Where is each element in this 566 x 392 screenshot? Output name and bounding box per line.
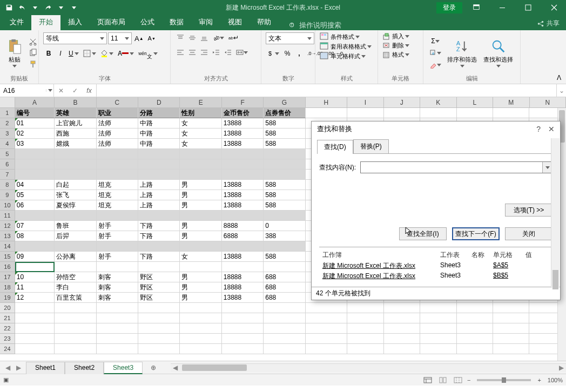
cell[interactable]: [15, 170, 55, 180]
column-header-B[interactable]: B: [55, 97, 96, 107]
column-header-E[interactable]: E: [180, 97, 221, 107]
result-row[interactable]: 新建 Microsoft Excel 工作表.xlsxSheet3$A$5: [319, 261, 552, 271]
align-bottom-button[interactable]: [199, 32, 210, 43]
cell[interactable]: [222, 241, 264, 252]
tab-replace[interactable]: 替换(P): [353, 139, 389, 153]
cell[interactable]: [264, 149, 305, 159]
cell[interactable]: 编号: [15, 108, 55, 118]
ribbon-tab-公式[interactable]: 公式: [133, 14, 162, 30]
normal-view-button[interactable]: [422, 375, 434, 385]
row-header[interactable]: 14: [0, 241, 15, 252]
cell[interactable]: [493, 313, 529, 323]
row-header[interactable]: 8: [0, 180, 15, 190]
ribbon-tab-帮助[interactable]: 帮助: [250, 14, 279, 30]
cancel-formula-button[interactable]: ✕: [54, 87, 68, 94]
cell[interactable]: [457, 323, 493, 334]
cell[interactable]: [306, 334, 347, 344]
cell[interactable]: [493, 108, 529, 118]
undo-dropdown[interactable]: [29, 2, 41, 13]
login-button[interactable]: 登录: [436, 2, 462, 13]
cell[interactable]: [97, 170, 138, 180]
row-header[interactable]: 24: [0, 344, 15, 354]
cell[interactable]: 13888: [222, 252, 264, 262]
cell[interactable]: 刺客: [97, 272, 138, 282]
cell[interactable]: [384, 323, 420, 334]
cell[interactable]: [55, 149, 96, 159]
column-header-C[interactable]: C: [97, 97, 138, 107]
page-break-view-button[interactable]: [452, 375, 464, 385]
row-header[interactable]: 6: [0, 159, 15, 170]
cell[interactable]: [138, 241, 180, 252]
autosum-button[interactable]: Σ: [428, 36, 443, 46]
align-right-button[interactable]: [199, 47, 210, 58]
column-header-K[interactable]: K: [420, 97, 456, 107]
cell[interactable]: [138, 323, 180, 334]
row-header[interactable]: 3: [0, 129, 15, 139]
cell[interactable]: [264, 262, 305, 272]
cell[interactable]: [384, 344, 420, 354]
cell[interactable]: 男: [180, 282, 221, 293]
cell[interactable]: 588: [264, 129, 305, 139]
delete-cells-button[interactable]: 删除: [382, 42, 409, 50]
cell[interactable]: [97, 149, 138, 159]
cell[interactable]: [222, 159, 264, 170]
column-header-A[interactable]: A: [15, 97, 55, 107]
ribbon-tab-审阅[interactable]: 审阅: [191, 14, 220, 30]
cell[interactable]: [180, 334, 221, 344]
number-format-select[interactable]: 文本: [266, 32, 314, 44]
zoom-slider[interactable]: [477, 379, 531, 381]
cell[interactable]: [138, 313, 180, 323]
cell[interactable]: [222, 170, 264, 180]
row-header[interactable]: 11: [0, 211, 15, 221]
cell[interactable]: [15, 211, 55, 221]
cell[interactable]: [55, 334, 96, 344]
cell[interactable]: [306, 344, 347, 354]
cell[interactable]: 588: [264, 118, 305, 129]
cell[interactable]: [138, 159, 180, 170]
zoom-in-button[interactable]: +: [537, 377, 541, 383]
cell[interactable]: [180, 323, 221, 334]
add-sheet-button[interactable]: ⊕: [147, 364, 160, 371]
row-header[interactable]: 19: [0, 293, 15, 303]
result-header-cell[interactable]: 单元格: [490, 249, 522, 261]
cell[interactable]: [222, 211, 264, 221]
row-header[interactable]: 17: [0, 272, 15, 282]
sort-filter-button[interactable]: AZ 排序和筛选: [445, 37, 479, 69]
cell[interactable]: 中路: [138, 129, 180, 139]
cell[interactable]: [222, 334, 264, 344]
cell[interactable]: [15, 241, 55, 252]
cell[interactable]: [15, 262, 55, 272]
cell[interactable]: [138, 303, 180, 313]
cell[interactable]: [420, 323, 456, 334]
select-all-corner[interactable]: [0, 97, 15, 107]
cell[interactable]: [420, 313, 456, 323]
cell[interactable]: 男: [180, 190, 221, 200]
cell[interactable]: 01: [15, 118, 55, 129]
cell[interactable]: 坦克: [97, 200, 138, 211]
percent-button[interactable]: %: [282, 48, 293, 59]
align-center-button[interactable]: [187, 47, 198, 58]
cell[interactable]: [384, 334, 420, 344]
cell[interactable]: 金币售价: [222, 108, 264, 118]
cell[interactable]: [222, 303, 264, 313]
fx-icon[interactable]: fx: [82, 87, 96, 94]
save-button[interactable]: [3, 2, 15, 13]
cell[interactable]: 鲁班: [55, 221, 96, 231]
paste-button[interactable]: 粘贴: [4, 37, 25, 69]
cell-styles-button[interactable]: 单元格样式: [320, 52, 366, 60]
row-header[interactable]: 20: [0, 303, 15, 313]
cell[interactable]: 13888: [222, 200, 264, 211]
cell[interactable]: [15, 303, 55, 313]
cell[interactable]: [97, 334, 138, 344]
cell[interactable]: 下路: [138, 231, 180, 241]
cell[interactable]: 野区: [138, 272, 180, 282]
format-painter-button[interactable]: [27, 59, 39, 70]
ribbon-tab-视图[interactable]: 视图: [220, 14, 250, 30]
cell[interactable]: [180, 344, 221, 354]
cell[interactable]: 分路: [138, 108, 180, 118]
cell[interactable]: [264, 211, 305, 221]
cell[interactable]: [306, 108, 347, 118]
cell[interactable]: [138, 344, 180, 354]
column-header-I[interactable]: I: [347, 97, 383, 107]
cell[interactable]: [420, 334, 456, 344]
